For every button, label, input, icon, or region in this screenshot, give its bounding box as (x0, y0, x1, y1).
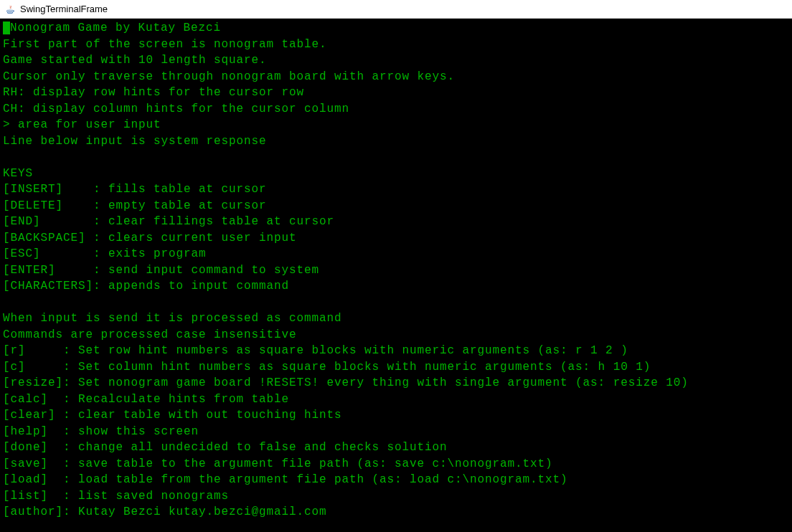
terminal-line: Nonogram Game by Kutay Bezci (3, 20, 789, 37)
terminal-line: [INSERT] : fills table at cursor (3, 181, 789, 198)
terminal-line: [calc] : Recalculate hints from table (3, 391, 789, 408)
terminal-line: [author]: Kutay Bezci kutay.bezci@gmail.… (3, 504, 789, 521)
terminal-line (3, 295, 789, 311)
terminal-line: [c] : Set column hint numbers as square … (3, 359, 789, 376)
window-title: SwingTerminalFrame (20, 4, 108, 14)
terminal-line: [END] : clear fillings table at cursor (3, 214, 789, 230)
terminal-line: [ENTER] : send input command to system (3, 262, 789, 279)
terminal-line: [resize]: Set nonogram game board !RESET… (3, 375, 789, 391)
terminal-line: [save] : save table to the argument file… (3, 456, 789, 472)
terminal-line: Commands are processed case insensitive (3, 327, 789, 343)
terminal-line: [BACKSPACE] : clears current user input (3, 230, 789, 247)
java-icon (4, 4, 16, 15)
terminal-line: [list] : list saved nonograms (3, 488, 789, 505)
terminal-line: [load] : load table from the argument fi… (3, 472, 789, 488)
terminal-line: First part of the screen is nonogram tab… (3, 37, 789, 53)
terminal-line: [CHARACTERS]: appends to input command (3, 278, 789, 295)
terminal-line: [DELETE] : empty table at cursor (3, 198, 789, 214)
terminal-line: When input is send it is processed as co… (3, 310, 789, 327)
terminal-line: [ESC] : exits program (3, 246, 789, 262)
terminal-line (3, 149, 789, 166)
terminal-line: > area for user input (3, 117, 789, 133)
cursor-block (3, 22, 10, 34)
titlebar[interactable]: SwingTerminalFrame (0, 0, 792, 19)
terminal-line: [help] : show this screen (3, 424, 789, 440)
terminal-line: [r] : Set row hint numbers as square blo… (3, 343, 789, 359)
terminal-line: KEYS (3, 166, 789, 182)
terminal-area[interactable]: Nonogram Game by Kutay BezciFirst part o… (0, 19, 792, 532)
terminal-line: Line below input is system response (3, 133, 789, 150)
terminal-line: [done] : change all undecided to false a… (3, 440, 789, 456)
terminal-line: RH: display row hints for the cursor row (3, 85, 789, 101)
app-window: SwingTerminalFrame Nonogram Game by Kuta… (0, 0, 792, 532)
terminal-line: [clear] : clear table with out touching … (3, 407, 789, 424)
terminal-line: CH: display column hints for the cursor … (3, 101, 789, 118)
terminal-line: Cursor only traverse through nonogram bo… (3, 69, 789, 85)
terminal-line: Game started with 10 length square. (3, 52, 789, 69)
svg-point-1 (6, 10, 14, 12)
